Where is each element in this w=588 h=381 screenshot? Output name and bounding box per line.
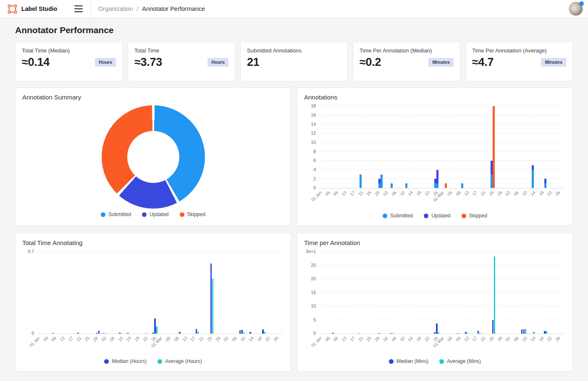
stat-unit-badge: Minutes — [428, 58, 454, 66]
breadcrumb-current: Annotator Performance — [142, 5, 205, 12]
bar-submitted — [360, 175, 362, 188]
bar-average — [459, 333, 460, 334]
stat-card-submitted-annotations: Submitted Annotations 21 — [240, 42, 348, 81]
legend-dot-icon — [389, 359, 394, 364]
bar-median — [249, 332, 251, 334]
legend-item[interactable]: Median (Hours) — [104, 358, 147, 364]
bar-median — [390, 333, 392, 334]
legend-item[interactable]: Skipped — [180, 211, 205, 217]
y-tick-label: 10 — [311, 140, 316, 146]
bar-submitted — [461, 183, 463, 188]
stat-unit-badge: Minutes — [541, 58, 566, 66]
y-tick-label: 0 — [313, 331, 316, 337]
donut-legend: SubmittedUpdatedSkipped — [22, 211, 284, 217]
y-tick-label: 15 — [311, 290, 316, 296]
bar-median — [492, 320, 494, 334]
y-tick-label: 16 — [311, 112, 316, 118]
bar-average — [546, 331, 547, 334]
bar-average — [479, 333, 481, 334]
bar-average — [52, 333, 54, 334]
gridline — [319, 306, 564, 306]
legend-label: Updated — [431, 213, 450, 219]
brand[interactable]: Label Studio — [8, 4, 57, 14]
y-tick-label: 25 — [311, 263, 316, 269]
gridline — [37, 251, 282, 252]
bar-updated — [436, 170, 438, 183]
stat-value: ≈0.14 — [22, 56, 50, 69]
brand-name: Label Studio — [21, 5, 57, 12]
stat-label: Time Per Annotation (Average) — [472, 47, 566, 54]
bar-average — [197, 331, 199, 334]
app-header: Label Studio Organization / Annotator Pe… — [0, 0, 588, 18]
y-tick-label: 18 — [311, 103, 316, 109]
legend-dot-icon — [462, 214, 466, 218]
legend-item[interactable]: Skipped — [462, 213, 487, 219]
y-tick-label: 0.7 — [28, 249, 34, 255]
bar-median — [96, 333, 98, 334]
bar-median — [152, 333, 154, 334]
legend-dot-icon — [104, 359, 109, 364]
legend-item[interactable]: Updated — [142, 211, 168, 217]
bar-average — [121, 333, 122, 334]
y-tick-label: 20 — [311, 276, 316, 282]
gridline — [319, 178, 564, 179]
menu-hamburger-icon[interactable] — [74, 5, 83, 12]
total-time-annotating-card: Total Time Annotating 0.70 01 Jan0509131… — [15, 233, 291, 371]
bar-median — [434, 332, 436, 334]
legend-label: Updated — [150, 211, 168, 217]
bar-average — [494, 256, 496, 334]
bar-median — [196, 329, 197, 334]
breadcrumb-separator: / — [136, 5, 138, 12]
gridline — [319, 292, 564, 293]
bar-median — [119, 333, 121, 334]
legend-dot-icon — [158, 359, 162, 364]
bar-average — [212, 279, 214, 334]
legend-item[interactable]: Median (Mins) — [389, 358, 428, 364]
legend-label: Submitted — [108, 211, 131, 217]
legend-dot-icon — [383, 214, 387, 218]
bar-median — [544, 331, 546, 334]
bar-median — [478, 331, 479, 334]
notification-dot — [579, 1, 584, 6]
legend-label: Submitted — [390, 213, 413, 219]
stat-card-time-per-annotation-average: Time Per Annotation (Average) ≈4.7 Minut… — [465, 42, 573, 81]
legend-item[interactable]: Average (Mins) — [439, 358, 481, 364]
legend-item[interactable]: Updated — [424, 213, 450, 219]
stat-value: ≈3.73 — [134, 56, 162, 69]
bar-submitted — [436, 183, 438, 188]
gridline — [319, 160, 564, 161]
bar-submitted — [544, 183, 546, 188]
y-tick-label: 5 — [313, 317, 316, 323]
chart-title: Total Time Annotating — [22, 239, 284, 246]
stat-unit-badge: Hours — [207, 58, 228, 66]
annotations-card: Annotations 024681012141618 01 Jan050913… — [297, 87, 573, 226]
bar-median — [465, 332, 467, 334]
legend-label: Median (Hours) — [112, 358, 147, 364]
annotation-summary-donut-chart — [102, 105, 205, 209]
bar-submitted — [532, 170, 534, 188]
legend-item[interactable]: Submitted — [383, 213, 413, 219]
bar-average — [533, 332, 535, 334]
breadcrumb-organization[interactable]: Organization — [98, 5, 133, 12]
bar-median — [523, 329, 525, 334]
bar-median — [210, 264, 212, 334]
bar-median — [179, 332, 181, 334]
bar-median — [521, 329, 523, 334]
bar-average — [467, 333, 468, 334]
legend-dot-icon — [142, 212, 147, 217]
user-avatar[interactable] — [569, 2, 583, 16]
bar-median — [332, 333, 334, 334]
bar-skipped — [445, 183, 447, 188]
legend-item[interactable]: Submitted — [101, 211, 131, 217]
legend-label: Average (Hours) — [165, 358, 202, 364]
bar-median — [242, 330, 243, 334]
gridline — [319, 170, 564, 170]
legend-item[interactable]: Average (Hours) — [158, 358, 202, 364]
gridline — [319, 115, 564, 115]
y-tick-label: 6 — [313, 158, 316, 164]
y-tick-label: 14 — [311, 122, 316, 128]
gridline — [319, 265, 564, 266]
x-axis: 01 Jan050913172125290206101418222601 Mar… — [37, 334, 282, 355]
legend-dot-icon — [424, 214, 428, 218]
stat-card-total-time: Total Time ≈3.73 Hours — [128, 42, 235, 81]
